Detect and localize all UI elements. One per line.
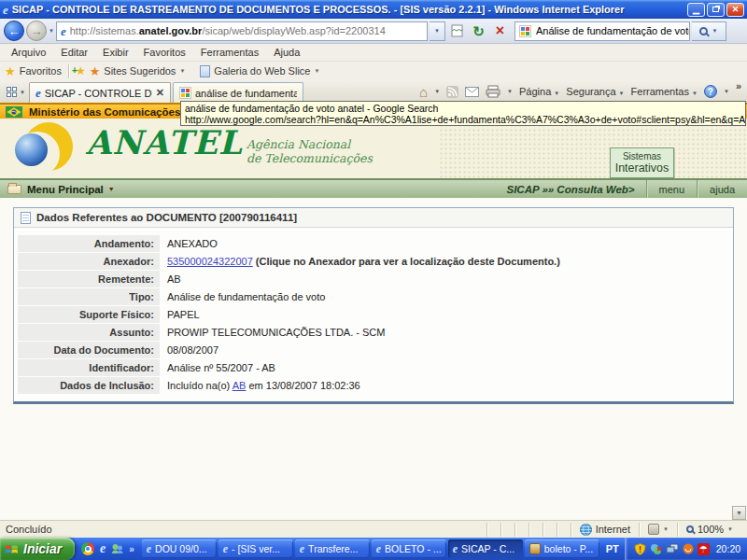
menu-button[interactable]: menu xyxy=(647,180,698,198)
chevron-down-icon[interactable]: ▼ xyxy=(179,68,185,74)
zoom-level: 100% xyxy=(698,524,724,535)
menu-ajuda[interactable]: Ajuda xyxy=(266,45,307,60)
torn-page-icon xyxy=(451,24,463,37)
sistemas-interativos-tab[interactable]: Sistemas Interativos xyxy=(610,147,674,178)
security-menu-button[interactable]: Segurança ▼ xyxy=(566,86,624,97)
favorites-button[interactable]: Favoritos xyxy=(20,65,62,77)
taskbar: Iniciar e » eDOU 09/0...e- [SIS ver...eT… xyxy=(0,538,747,560)
address-dropdown-button[interactable]: ▼ xyxy=(430,21,445,41)
suggested-sites-button[interactable]: Sites Sugeridos xyxy=(104,65,176,77)
ie-icon: e xyxy=(376,543,381,554)
read-mail-icon[interactable] xyxy=(465,87,479,97)
page-menu-button[interactable]: Página ▼ xyxy=(519,86,559,97)
web-slice-button[interactable]: Galeria do Web Slice xyxy=(214,65,310,77)
protected-mode-pane[interactable]: ▼ xyxy=(639,523,677,537)
overflow-chevron-icon[interactable]: » xyxy=(736,80,741,91)
start-label: Iniciar xyxy=(23,541,62,556)
stop-button[interactable]: × xyxy=(490,21,510,41)
menu-favoritos[interactable]: Favoritos xyxy=(136,45,193,60)
tab-label: análise de fundamentação d... xyxy=(195,88,297,99)
taskbar-button[interactable]: e- [SIS ver... xyxy=(218,539,293,558)
quick-tabs-button[interactable]: ▼ xyxy=(3,82,29,102)
security-zone-pane: Internet xyxy=(571,523,639,537)
ie-icon: e xyxy=(147,543,151,554)
help-icon[interactable]: ? xyxy=(704,85,717,98)
security-alert-icon[interactable] xyxy=(634,543,646,555)
forward-button[interactable]: → xyxy=(26,21,47,41)
table-row: Remetente:AB xyxy=(18,271,729,287)
field-value: Análise de fundamentação de voto xyxy=(160,288,729,305)
zoom-pane[interactable]: 100% ▼ xyxy=(677,523,741,537)
java-icon[interactable] xyxy=(683,543,694,554)
minimize-button[interactable]: ▁ xyxy=(687,3,705,17)
ie-icon[interactable]: e xyxy=(100,542,106,555)
tools-menu-button[interactable]: Ferramentas ▼ xyxy=(631,86,698,97)
tab-google-search[interactable]: análise de fundamentação d... xyxy=(173,82,303,103)
taskbar-button-label: BOLETO - ... xyxy=(385,543,442,554)
menu-bar: ArquivoEditarExibirFavoritosFerramentasA… xyxy=(0,44,747,61)
tab-sicap[interactable]: e SICAP - CONTROLE DE R... ✕ xyxy=(29,82,171,103)
messenger-icon[interactable] xyxy=(111,543,123,554)
field-label: Andamento: xyxy=(18,235,160,252)
value-link[interactable]: AB xyxy=(233,380,247,391)
status-bar: Concluído Internet ▼ 100% ▼ xyxy=(0,520,747,538)
search-box[interactable]: Análise de fundamentação de voto xyxy=(514,21,690,41)
chevron-down-icon[interactable]: ▼ xyxy=(108,186,115,192)
network-icon[interactable] xyxy=(666,543,679,554)
restore-button[interactable] xyxy=(707,3,725,17)
chrome-icon[interactable] xyxy=(81,542,94,555)
search-options-icon[interactable]: ▼ xyxy=(712,28,717,34)
address-bar[interactable]: e http://sistemas.anatel.gov.br/sicap/we… xyxy=(56,21,428,41)
chevron-down-icon[interactable]: ▼ xyxy=(507,89,513,94)
overflow-chevron-icon[interactable]: » xyxy=(129,544,134,554)
taskbar-button[interactable]: eBOLETO - ... xyxy=(372,539,446,558)
tooltip-title: análise de fundamentação de voto anatel … xyxy=(185,103,741,114)
menu-editar[interactable]: Editar xyxy=(53,45,95,60)
taskbar-button[interactable]: eSICAP - C... xyxy=(448,539,523,558)
table-row: Andamento:ANEXADO xyxy=(18,235,729,252)
table-row: Assunto:PROWIP TELECOMUNICAÇÕES LTDA. - … xyxy=(18,324,729,341)
language-indicator[interactable]: PT xyxy=(600,538,625,560)
chevron-down-icon[interactable]: ▼ xyxy=(434,89,440,94)
document-data-box: Dados Referentes ao DOCUMENTO [200790116… xyxy=(13,207,734,404)
value-text: AB xyxy=(167,273,181,285)
start-button[interactable]: Iniciar xyxy=(0,538,75,560)
scrollbar-down-arrow[interactable]: ▼ xyxy=(732,506,746,520)
taskbar-button-label: SICAP - C... xyxy=(461,543,514,554)
refresh-button[interactable]: ↻ xyxy=(469,21,488,41)
chevron-down-icon[interactable]: ▼ xyxy=(724,89,729,94)
chevron-down-icon[interactable]: ▼ xyxy=(314,68,319,74)
value-text: 08/08/2007 xyxy=(167,344,218,356)
add-favorite-icon[interactable]: ★+ xyxy=(76,64,86,77)
messenger-offline-icon[interactable] xyxy=(650,543,662,555)
antivirus-umbrella-icon[interactable]: ☂ xyxy=(698,543,710,555)
close-button[interactable]: ✕ xyxy=(726,3,744,17)
world-map-texture xyxy=(439,119,747,178)
menu-ferramentas[interactable]: Ferramentas xyxy=(193,45,266,60)
window-title: SICAP - CONTROLE DE RASTREAMENTO DE DOCU… xyxy=(12,4,684,15)
value-link[interactable]: 535000024322007 xyxy=(167,256,253,267)
history-dropdown-icon[interactable]: ▼ xyxy=(49,28,54,34)
field-label: Assunto: xyxy=(18,324,160,341)
separator xyxy=(68,64,69,78)
taskbar-button[interactable]: eDOU 09/0... xyxy=(142,539,217,558)
print-icon[interactable] xyxy=(486,85,500,98)
value-text: em 13/08/2007 18:02:36 xyxy=(246,380,359,391)
close-tab-icon[interactable]: ✕ xyxy=(156,88,164,98)
ie-icon: e xyxy=(300,543,304,554)
home-icon[interactable]: ⌂ xyxy=(419,85,428,99)
compatibility-view-button[interactable] xyxy=(447,21,467,41)
taskbar-button-label: boleto - P... xyxy=(544,543,593,554)
menu-arquivo[interactable]: Arquivo xyxy=(4,45,53,60)
search-button[interactable]: ▼ xyxy=(692,21,726,41)
taskbar-button[interactable]: eTransfere... xyxy=(295,539,370,558)
back-button[interactable]: ← xyxy=(4,21,24,41)
menu-exibir[interactable]: Exibir xyxy=(95,45,136,60)
ministry-label[interactable]: Ministério das Comunicações xyxy=(29,106,180,118)
site-favicon: e xyxy=(61,25,66,37)
field-label: Dados de Inclusão: xyxy=(18,377,160,394)
taskbar-button[interactable]: boleto - P... xyxy=(525,539,599,558)
menu-principal-button[interactable]: Menu Principal xyxy=(27,184,104,195)
ajuda-button[interactable]: ajuda xyxy=(698,180,747,198)
feeds-icon[interactable] xyxy=(446,86,458,98)
